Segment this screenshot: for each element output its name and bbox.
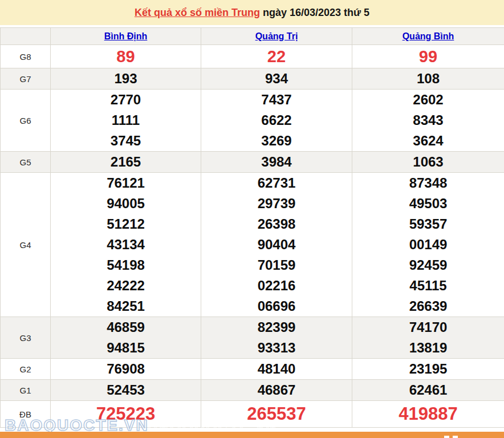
result-number: 725223 xyxy=(51,401,201,427)
results-table-body: Bình Định Quảng Trị Quảng Bình G8892299G… xyxy=(1,28,504,428)
result-number: 2602 xyxy=(352,90,504,110)
result-cell: 193 xyxy=(51,68,201,90)
page-title: Kết quả xổ số miền Trung ngày 16/03/2023… xyxy=(0,0,504,25)
result-number: 29739 xyxy=(201,193,352,214)
result-number: 43134 xyxy=(51,234,201,255)
result-number: 1063 xyxy=(352,152,504,172)
result-cell: 62731297392639890404701590221606696 xyxy=(201,173,352,317)
result-number: 3984 xyxy=(201,152,352,172)
result-number: 99 xyxy=(352,45,504,68)
result-number: 3745 xyxy=(51,131,201,151)
prize-label-g5: G5 xyxy=(1,152,51,173)
prize-label-g1: G1 xyxy=(1,380,51,401)
result-number: 02216 xyxy=(201,275,352,296)
result-number: 934 xyxy=(201,68,352,89)
result-cell: 89 xyxy=(51,45,201,68)
cutoff-text-fragment xyxy=(444,436,449,438)
result-cell: 48140 xyxy=(201,359,352,380)
prize-label-g4: G4 xyxy=(1,173,51,317)
result-cell: 62461 xyxy=(352,380,504,401)
result-number: 46859 xyxy=(51,317,201,338)
result-number: 1111 xyxy=(51,110,201,131)
result-cell: 76121940055121243134541982422284251 xyxy=(51,173,201,317)
result-cell: 23195 xyxy=(352,359,504,380)
result-number: 3269 xyxy=(201,131,352,151)
result-cell: 260283433624 xyxy=(352,90,504,152)
result-cell: 46867 xyxy=(201,380,352,401)
result-number: 51212 xyxy=(51,214,201,234)
result-number: 2770 xyxy=(51,90,201,110)
table-row-g3: G3468599481582399933137417013819 xyxy=(1,317,504,359)
province-header-cell: Bình Định xyxy=(51,28,201,45)
table-row-g7: G7193934108 xyxy=(1,68,504,90)
result-cell: 419887 xyxy=(352,401,504,428)
table-row-g2: G2769084814023195 xyxy=(1,359,504,380)
result-number: 70159 xyxy=(201,255,352,275)
result-cell: 1063 xyxy=(352,152,504,173)
result-cell: 4685994815 xyxy=(51,317,201,359)
result-number: 45115 xyxy=(352,275,504,296)
result-number: 7437 xyxy=(201,90,352,110)
result-number: 93313 xyxy=(201,338,352,358)
prize-label-g3: G3 xyxy=(1,317,51,359)
result-cell: 8239993313 xyxy=(201,317,352,359)
result-cell: 7417013819 xyxy=(352,317,504,359)
result-number: 48140 xyxy=(201,359,352,379)
result-cell: 934 xyxy=(201,68,352,90)
result-cell: 99 xyxy=(352,45,504,68)
table-row-g6: G6277011113745743766223269260283433624 xyxy=(1,90,504,152)
results-table: Bình Định Quảng Trị Quảng Bình G8892299G… xyxy=(0,27,504,428)
result-cell: 277011113745 xyxy=(51,90,201,152)
result-number: 54198 xyxy=(51,255,201,275)
province-link-binh-dinh[interactable]: Bình Định xyxy=(104,31,148,41)
prize-label-g6: G6 xyxy=(1,90,51,152)
result-number: 108 xyxy=(352,68,504,89)
result-number: 26639 xyxy=(352,296,504,317)
prize-label-g7: G7 xyxy=(1,68,51,90)
result-number: 00149 xyxy=(352,234,504,255)
result-cell: 265537 xyxy=(201,401,352,428)
result-cell: 108 xyxy=(352,68,504,90)
result-cell: 2165 xyxy=(51,152,201,173)
corner-cell xyxy=(1,28,51,45)
next-section-bar xyxy=(0,432,504,438)
result-number: 76908 xyxy=(51,359,201,379)
result-number: 90404 xyxy=(201,234,352,255)
result-cell: 52453 xyxy=(51,380,201,401)
result-number: 8343 xyxy=(352,110,504,131)
prize-label-g8: G8 xyxy=(1,45,51,68)
result-cell: 87348495035935700149924594511526639 xyxy=(352,173,504,317)
result-number: 24222 xyxy=(51,275,201,296)
prize-label-g2: G2 xyxy=(1,359,51,380)
table-row-g8: G8892299 xyxy=(1,45,504,68)
title-date-text: ngày 16/03/2023 thứ 5 xyxy=(260,7,369,19)
province-header-cell: Quảng Bình xyxy=(352,28,504,45)
result-number: 59357 xyxy=(352,214,504,234)
title-region-link[interactable]: Kết quả xổ số miền Trung xyxy=(135,7,260,19)
result-number: 92459 xyxy=(352,255,504,275)
result-number: 84251 xyxy=(51,296,201,317)
result-number: 89 xyxy=(51,45,201,68)
result-cell: 725223 xyxy=(51,401,201,428)
result-number: 193 xyxy=(51,68,201,89)
result-number: 62461 xyxy=(352,380,504,400)
result-number: 87348 xyxy=(352,173,504,193)
result-number: 26398 xyxy=(201,214,352,234)
result-cell: 3984 xyxy=(201,152,352,173)
province-link-quang-binh[interactable]: Quảng Bình xyxy=(403,31,454,41)
lottery-results-page: Kết quả xổ số miền Trung ngày 16/03/2023… xyxy=(0,0,504,438)
result-number: 49503 xyxy=(352,193,504,214)
province-link-quang-tri[interactable]: Quảng Trị xyxy=(255,31,298,41)
result-number: 13819 xyxy=(352,338,504,358)
result-number: 06696 xyxy=(201,296,352,317)
result-number: 76121 xyxy=(51,173,201,193)
result-number: 419887 xyxy=(352,401,504,427)
result-number: 82399 xyxy=(201,317,352,338)
prize-label-db: ĐB xyxy=(1,401,51,428)
table-row-g5: G5216539841063 xyxy=(1,152,504,173)
result-number: 265537 xyxy=(201,401,352,427)
result-number: 46867 xyxy=(201,380,352,400)
result-cell: 743766223269 xyxy=(201,90,352,152)
cutoff-text-fragment xyxy=(453,436,458,438)
result-number: 94005 xyxy=(51,193,201,214)
